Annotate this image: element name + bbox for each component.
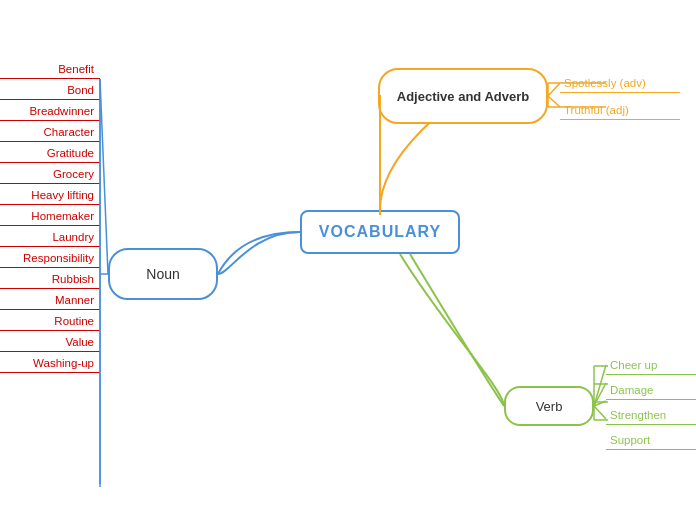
adj-list: Spotlessly (adv)Truthful (adj)	[560, 74, 680, 120]
vocab-label: VOCABULARY	[319, 223, 441, 241]
noun-list-item: Bond	[0, 81, 100, 100]
adj-list-item: Truthful (adj)	[560, 101, 680, 120]
svg-line-0	[100, 79, 108, 274]
noun-list-item: Responsibility	[0, 249, 100, 268]
svg-line-5	[594, 365, 606, 406]
noun-list-item: Benefit	[0, 60, 100, 79]
svg-line-8	[594, 406, 606, 419]
noun-list-item: Breadwinner	[0, 102, 100, 121]
verb-list: Cheer upDamageStrengthenSupport	[606, 356, 696, 450]
verb-list-item: Support	[606, 431, 696, 450]
noun-list-item: Laundry	[0, 228, 100, 247]
noun-list-item: Value	[0, 333, 100, 352]
svg-line-3	[548, 83, 560, 96]
noun-list-item: Heavy lifting	[0, 186, 100, 205]
adj-label: Adjective and Adverb	[397, 89, 529, 104]
svg-line-7	[594, 401, 606, 406]
verb-node: Verb	[504, 386, 594, 426]
svg-line-6	[594, 383, 606, 406]
vocab-node: VOCABULARY	[300, 210, 460, 254]
adj-node: Adjective and Adverb	[378, 68, 548, 124]
noun-list-item: Routine	[0, 312, 100, 331]
noun-list: BenefitBondBreadwinnerCharacterGratitude…	[0, 60, 100, 373]
noun-list-item: Washing-up	[0, 354, 100, 373]
noun-label: Noun	[146, 266, 179, 282]
noun-list-item: Character	[0, 123, 100, 142]
noun-list-item: Gratitude	[0, 144, 100, 163]
verb-list-item: Cheer up	[606, 356, 696, 375]
noun-list-item: Rubbish	[0, 270, 100, 289]
verb-list-item: Strengthen	[606, 406, 696, 425]
svg-line-4	[548, 96, 560, 107]
adj-list-item: Spotlessly (adv)	[560, 74, 680, 93]
noun-list-item: Manner	[0, 291, 100, 310]
noun-list-item: Grocery	[0, 165, 100, 184]
noun-list-item: Homemaker	[0, 207, 100, 226]
verb-label: Verb	[536, 399, 563, 414]
verb-list-item: Damage	[606, 381, 696, 400]
noun-node: Noun	[108, 248, 218, 300]
